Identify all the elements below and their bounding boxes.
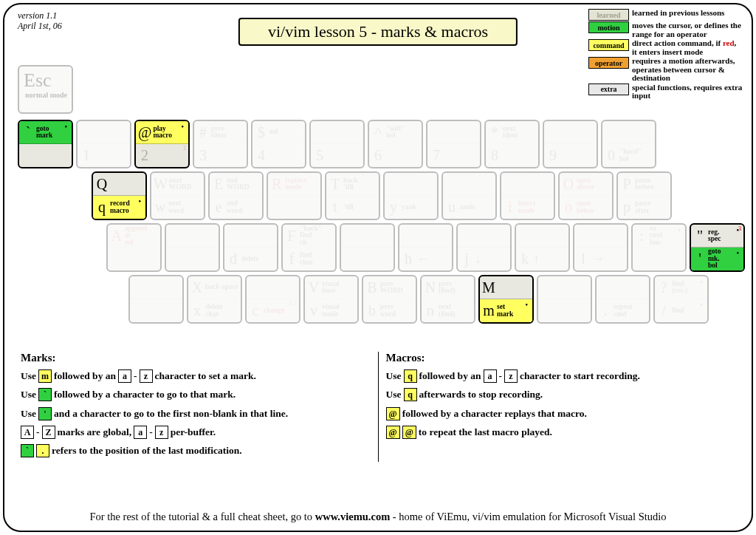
inline-key: ` bbox=[38, 388, 52, 401]
key: iinsertmode bbox=[500, 171, 555, 220]
page-title: vi/vim lesson 5 - marks & macros bbox=[238, 18, 518, 46]
key: ?find(rev.)/find bbox=[653, 275, 709, 324]
inline-key: @ bbox=[386, 426, 400, 439]
legend-text: direct action command, if red, it enters… bbox=[632, 39, 743, 56]
key: Vvisuallinesvvisualmode bbox=[303, 275, 359, 324]
inline-key: . bbox=[36, 444, 49, 457]
section-title: Marks: bbox=[21, 352, 371, 364]
key: cchange1,3 bbox=[245, 275, 300, 324]
version: version 1.1 bbox=[18, 10, 62, 21]
key: j↓ bbox=[456, 223, 512, 272]
key: 5 bbox=[309, 120, 365, 168]
key: .repeatcmd bbox=[595, 275, 650, 324]
key: Rreplacemode bbox=[267, 171, 322, 220]
date: April 1st, 06 bbox=[18, 21, 62, 31]
key: ddelete bbox=[223, 223, 278, 272]
inline-key: q bbox=[404, 388, 417, 401]
keyboard-row-1: `gotomark1@playmacro22#prevident3$eol45^… bbox=[18, 120, 738, 168]
legend-text: moves the cursor, or defines the range f… bbox=[632, 21, 743, 38]
legend-swatch: command bbox=[588, 39, 629, 51]
instruction-line: Use q afterwards to stop recording. bbox=[386, 387, 736, 402]
key: @playmacro22 bbox=[134, 120, 190, 168]
instruction-line: @ followed by a character replays that m… bbox=[386, 406, 736, 421]
instruction-line: Use ` followed by a character to go to t… bbox=[21, 387, 371, 402]
key: BprevWORDbprevword bbox=[362, 275, 417, 324]
footer-link: www.viemu.com bbox=[315, 511, 391, 522]
instruction-line: Use ' and a character to go to the first… bbox=[21, 406, 371, 421]
inline-key: ' bbox=[38, 407, 52, 420]
key: uundo bbox=[441, 171, 497, 220]
key: 0"hard"bol bbox=[601, 120, 656, 168]
inline-key: q bbox=[404, 369, 417, 383]
inline-key: a bbox=[134, 426, 147, 439]
instruction-line: @@ to repeat the last macro played. bbox=[386, 425, 736, 440]
key: Ppastebeforeppasteafter bbox=[616, 171, 672, 220]
key bbox=[165, 223, 220, 272]
key: Qqrecordmacro bbox=[92, 171, 147, 220]
key: 7 bbox=[426, 120, 481, 168]
key: Oopenaboveoopenbelow bbox=[558, 171, 614, 220]
legend-row: learnedlearned in previous lessons bbox=[588, 9, 743, 21]
keyboard-row-2: QqrecordmacroWnextWORDwnextwordEendWORDe… bbox=[18, 171, 738, 220]
key bbox=[537, 275, 592, 324]
inline-key: a bbox=[118, 369, 131, 383]
footer-pre: For the rest of the tutorial & a full ch… bbox=[89, 511, 315, 522]
inline-key: z bbox=[140, 369, 153, 383]
version-block: version 1.1 April 1st, 06 bbox=[18, 10, 62, 32]
explanations: Marks:Use m followed by an a - z charact… bbox=[21, 352, 735, 462]
inline-key: ` bbox=[21, 444, 34, 457]
key: *nextident8 bbox=[484, 120, 540, 168]
legend-row: commanddirect action command, if red, it… bbox=[588, 39, 743, 56]
instruction-line: Use m followed by an a - z character to … bbox=[21, 369, 371, 384]
instruction-line: `. refers to the position of the last mo… bbox=[21, 443, 371, 458]
key: Nprev(find)nnext(find) bbox=[420, 275, 475, 324]
keyboard-row-3: AappendateolddeleteF"back"findchffindcha… bbox=[18, 223, 738, 272]
key: l→ bbox=[573, 223, 628, 272]
legend-text: learned in previous lessons bbox=[632, 9, 743, 18]
key: yyank bbox=[383, 171, 439, 220]
key: k↑ bbox=[515, 223, 570, 272]
key: EendWORDeendword bbox=[208, 171, 264, 220]
key: F"back"findchffindchar bbox=[281, 223, 337, 272]
inline-key: A bbox=[21, 426, 34, 439]
inline-key: z bbox=[504, 369, 518, 383]
legend-swatch: learned bbox=[588, 9, 629, 21]
inline-key: Z bbox=[42, 426, 55, 439]
key: :excmdline bbox=[631, 223, 687, 272]
key: $eol4 bbox=[251, 120, 306, 168]
legend-swatch: motion bbox=[588, 21, 629, 33]
marks-section: Marks:Use m followed by an a - z charact… bbox=[21, 352, 378, 462]
key: 9 bbox=[543, 120, 598, 168]
footer-post: - home of ViEmu, vi/vim emulation for Mi… bbox=[390, 511, 666, 522]
key bbox=[340, 223, 395, 272]
footer: For the rest of the tutorial & a full ch… bbox=[4, 511, 752, 523]
key: WnextWORDwnextword bbox=[150, 171, 205, 220]
inline-key: m bbox=[38, 369, 52, 383]
inline-key: @ bbox=[386, 407, 400, 420]
key: h← bbox=[398, 223, 453, 272]
instruction-line: A - Z marks are global, a - z per-buffer… bbox=[21, 425, 371, 440]
key: 1 bbox=[76, 120, 131, 168]
macros-section: Macros:Use q followed by an a - z charac… bbox=[378, 352, 736, 462]
keyboard-row-4: Xback-spacexdeletecharcchange1,3Vvisuall… bbox=[18, 275, 738, 324]
key: ^"soft"bol6 bbox=[368, 120, 423, 168]
key: `gotomark bbox=[18, 120, 73, 168]
page-frame: version 1.1 April 1st, 06 vi/vim lesson … bbox=[3, 3, 753, 532]
key: Xback-spacexdeletechar bbox=[187, 275, 242, 324]
inline-key: a bbox=[484, 369, 497, 383]
key bbox=[128, 275, 184, 324]
instruction-line: Use q followed by an a - z character to … bbox=[386, 369, 736, 384]
inline-key: @ bbox=[402, 426, 416, 439]
section-title: Macros: bbox=[386, 352, 736, 364]
key: Mmsetmark bbox=[478, 275, 534, 324]
key: Aappendateol bbox=[106, 223, 162, 272]
key: "reg.spec3'gotomk.bol bbox=[690, 223, 745, 272]
key: Tback'tillt'till bbox=[325, 171, 380, 220]
legend-row: motionmoves the cursor, or defines the r… bbox=[588, 21, 743, 38]
keyboard: `gotomark1@playmacro22#prevident3$eol45^… bbox=[18, 65, 738, 327]
key: #prevident3 bbox=[193, 120, 248, 168]
inline-key: z bbox=[155, 426, 168, 439]
